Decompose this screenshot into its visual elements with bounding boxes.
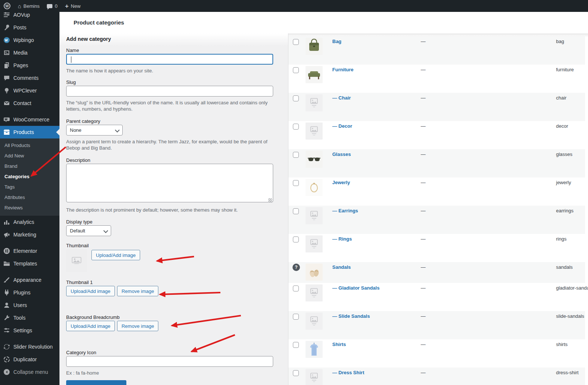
name-input[interactable]	[66, 54, 273, 65]
category-name-link[interactable]: — Slide Sandals	[332, 313, 370, 319]
table-row: — Chair — chair	[288, 93, 585, 121]
row-checkbox[interactable]	[293, 342, 299, 348]
table-row: — Slide Sandals — slide-sandals	[288, 311, 585, 339]
category-slug: decor	[556, 123, 568, 129]
sidebar-item-duplicator[interactable]: Duplicator	[0, 353, 59, 366]
category-icon-help: Ex : fa fa-home	[66, 370, 274, 376]
sidebar-item-wpclever[interactable]: WPClever	[0, 84, 59, 97]
sidebar-item-label: WooCommerce	[13, 117, 49, 123]
sidebar-item-products[interactable]: Products	[0, 126, 59, 138]
sidebar-item-label: Templates	[13, 261, 37, 267]
sidebar-item-contact[interactable]: Contact	[0, 97, 59, 110]
sidebar-item-users[interactable]: Users	[0, 299, 59, 311]
sidebar-item-appearance[interactable]: Appearance	[0, 274, 59, 286]
sidebar-item-marketing[interactable]: Marketing	[0, 228, 59, 241]
sidebar-item-tools[interactable]: Tools	[0, 311, 59, 324]
resize-handle-icon[interactable]	[268, 198, 272, 202]
display-type-group: Display type Default	[66, 219, 274, 236]
thumbnail1-remove-button[interactable]: Remove image	[117, 286, 158, 296]
sidebar-item-label: Pages	[13, 62, 28, 68]
slug-input[interactable]	[66, 86, 273, 97]
sidebar-subitem-add-new[interactable]: Add New	[0, 150, 59, 161]
category-name-link[interactable]: Shirts	[332, 342, 346, 347]
table-row: ? Sandals — sandals	[288, 262, 585, 283]
sidebar-item-woocommerce[interactable]: WooCommerce	[0, 113, 59, 126]
category-name-link[interactable]: — Gladiator Sandals	[332, 285, 379, 291]
placeholder-thumbnail	[306, 313, 323, 330]
thumbnail1-upload-button[interactable]: Upload/Add image	[66, 286, 115, 296]
description-textarea[interactable]	[66, 164, 273, 202]
add-new-category-submit-button[interactable]	[66, 380, 126, 385]
sidebar-item-elementor[interactable]: Elementor	[0, 245, 59, 257]
description-group: Description The description is not promi…	[66, 157, 274, 213]
sidebar-subitem-categories[interactable]: Categories	[0, 171, 59, 182]
row-checkbox[interactable]	[293, 208, 299, 214]
row-checkbox[interactable]	[293, 67, 299, 73]
slug-field-group: Slug The “slug” is the URL-friendly vers…	[66, 79, 274, 112]
row-checkbox[interactable]	[293, 314, 299, 320]
sidebar-item-settings[interactable]: Settings	[0, 324, 59, 337]
category-name-link[interactable]: — Chair	[332, 95, 351, 101]
row-checkbox[interactable]	[293, 124, 299, 130]
sidebar-subitem-attributes[interactable]: Attributes	[0, 192, 59, 202]
parent-category-select[interactable]: None	[66, 125, 123, 136]
row-checkbox[interactable]	[293, 152, 299, 158]
display-type-select[interactable]: Default	[66, 225, 111, 236]
sidebar-item-aovup[interactable]: AOVup	[0, 12, 59, 21]
add-category-form: Add new category Name The name is how it…	[59, 33, 288, 385]
category-description: —	[421, 95, 426, 101]
sidebar-item-collapse-menu[interactable]: Collapse menu	[0, 366, 59, 378]
sidebar-item-label: AOVup	[13, 12, 30, 18]
background-breadcrumb-upload-button[interactable]: Upload/Add image	[66, 321, 115, 331]
sidebar-item-comments[interactable]: Comments	[0, 72, 59, 84]
category-icon-input[interactable]	[66, 356, 273, 367]
sidebar-subitem-tags[interactable]: Tags	[0, 182, 59, 192]
category-thumbnail	[306, 179, 323, 196]
row-checkbox[interactable]	[293, 95, 299, 101]
sidebar-item-label: Duplicator	[13, 356, 37, 362]
row-checkbox[interactable]	[293, 286, 299, 291]
category-name-link[interactable]: Jewerly	[332, 180, 350, 185]
category-name-link[interactable]: Furniture	[332, 67, 353, 72]
row-checkbox[interactable]	[293, 39, 299, 45]
admin-sidebar: AOVupPostsWpbingoMediaPagesCommentsWPCle…	[0, 12, 59, 385]
thumbnail-upload-button[interactable]: Upload/Add image	[91, 250, 140, 260]
background-breadcrumb-remove-button[interactable]: Remove image	[117, 321, 158, 331]
category-description: —	[421, 180, 426, 185]
category-name-link[interactable]: — Decor	[332, 123, 352, 129]
category-name-link[interactable]: Bag	[332, 39, 342, 44]
sidebar-item-analytics[interactable]: Analytics	[0, 216, 59, 228]
category-description: —	[421, 285, 426, 291]
sidebar-subitem-brand[interactable]: Brand	[0, 161, 59, 171]
sidebar-item-plugins[interactable]: Plugins	[0, 286, 59, 299]
sidebar-item-label: Marketing	[13, 232, 36, 238]
pages-icon	[3, 62, 10, 69]
placeholder-thumbnail	[306, 207, 323, 224]
sidebar-subitem-all-products[interactable]: All Products	[0, 140, 59, 150]
row-checkbox[interactable]	[293, 180, 299, 186]
category-name-link[interactable]: — Dress Shirt	[332, 370, 364, 375]
sidebar-item-media[interactable]: Media	[0, 46, 59, 59]
row-checkbox[interactable]	[293, 236, 299, 242]
new-content-button[interactable]: + New	[61, 0, 84, 12]
display-type-label: Display type	[66, 219, 274, 225]
category-name-link[interactable]: — Earrings	[332, 208, 358, 213]
comments-counter[interactable]: 0	[43, 0, 61, 12]
sidebar-item-templates[interactable]: Templates	[0, 257, 59, 270]
sidebar-item-label: Appearance	[13, 277, 42, 283]
category-name-link[interactable]: Sandals	[332, 264, 351, 270]
table-row: — Gladiator Sandals — gladiator-sandals	[288, 283, 585, 311]
admin-bar: W ⌂ Bemins 0 + New	[0, 0, 588, 12]
category-name-link[interactable]: Glasses	[332, 151, 351, 157]
sidebar-item-wpbingo[interactable]: Wpbingo	[0, 34, 59, 46]
wordpress-logo[interactable]: W	[0, 0, 14, 12]
brush-icon	[3, 276, 10, 284]
category-name-link[interactable]: — Rings	[332, 236, 352, 242]
sidebar-item-pages[interactable]: Pages	[0, 59, 59, 72]
sidebar-item-slider-revolution[interactable]: Slider Revolution	[0, 340, 59, 353]
sidebar-item-posts[interactable]: Posts	[0, 21, 59, 34]
row-checkbox[interactable]	[293, 370, 299, 376]
site-name-link[interactable]: ⌂ Bemins	[14, 0, 43, 12]
main-area: Product categories Add new category Name…	[59, 12, 588, 385]
sidebar-subitem-reviews[interactable]: Reviews	[0, 202, 59, 213]
